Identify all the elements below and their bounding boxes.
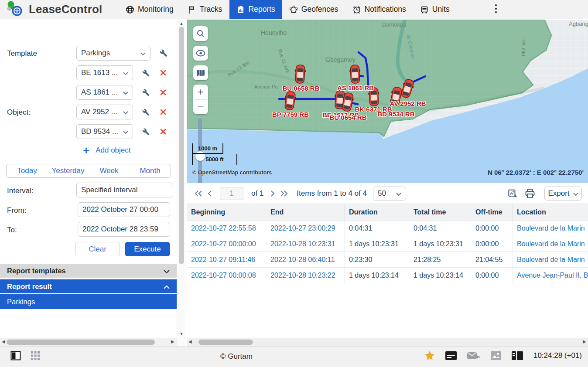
remove-object-button[interactable] (158, 88, 168, 97)
column-header[interactable]: Off-time (471, 204, 513, 220)
export-button[interactable]: Export (544, 187, 582, 200)
template-select[interactable]: Parkings (76, 46, 150, 61)
period-tab-month[interactable]: Month (130, 164, 171, 177)
remove-object-button[interactable] (158, 127, 168, 136)
scroll-left-arrow[interactable]: ◀ (2, 339, 5, 344)
last-page-button[interactable] (278, 187, 290, 200)
layers-icon (196, 69, 205, 76)
apps-grid-icon[interactable] (31, 351, 40, 360)
table-cell-link[interactable]: 2022-10-28 10:23:31 (266, 236, 345, 251)
vehicle-marker[interactable] (368, 87, 380, 107)
table-cell-link[interactable]: 2022-10-27 23:00:29 (266, 221, 345, 236)
column-header[interactable]: Beginning (187, 204, 266, 220)
table-cell-link[interactable]: 2022-10-27 00:00:00 (187, 236, 266, 251)
report-result-section[interactable]: Report result (0, 279, 177, 293)
scroll-up-arrow[interactable]: ▲ (177, 21, 186, 26)
first-page-button[interactable] (193, 187, 204, 200)
scroll-right-arrow[interactable]: ▶ (583, 339, 586, 344)
report-result-label: Report result (7, 282, 52, 291)
page-number-input[interactable] (220, 187, 243, 200)
zoom-in-icon: + (198, 86, 203, 98)
column-header[interactable]: Total time (409, 204, 471, 220)
to-input[interactable]: 2022 October 28 23:59 (78, 222, 170, 237)
column-header[interactable]: Location (513, 204, 588, 220)
object-select[interactable]: BE 1613 ... (76, 65, 133, 80)
table-row[interactable]: 2022-10-27 09:11:462022-10-28 06:40:110:… (187, 252, 588, 268)
table-cell-link[interactable]: 2022-10-27 22:55:58 (187, 221, 266, 236)
object-settings-button[interactable] (141, 127, 150, 136)
more-menu-button[interactable] (492, 0, 500, 19)
table-cell: 0:04:31 (409, 221, 471, 236)
remove-object-button[interactable] (158, 68, 168, 78)
table-cell-link[interactable]: Boulevard de la Marin (513, 221, 588, 236)
scroll-right-arrow[interactable]: ▶ (171, 339, 174, 344)
sidebar-toggle-icon[interactable] (10, 351, 21, 360)
zoom-in-button[interactable]: + (193, 85, 208, 99)
scroll-down-arrow[interactable]: ▼ (177, 332, 186, 336)
table-row[interactable]: 2022-10-27 00:00:002022-10-28 10:23:311 … (187, 236, 588, 252)
next-page-button[interactable] (267, 187, 278, 200)
tab-monitoring[interactable]: Monitoring (119, 0, 181, 19)
interval-select[interactable]: Specified interval (76, 183, 173, 197)
tab-units[interactable]: Units (413, 0, 457, 19)
object-settings-button[interactable] (141, 107, 150, 117)
scroll-left-arrow[interactable]: ◀ (188, 339, 192, 344)
object-select[interactable]: AS 1861 ... (76, 85, 133, 100)
period-tab-week[interactable]: Week (89, 164, 130, 177)
tab-geofences[interactable]: Geofences (282, 0, 345, 19)
table-cell-link[interactable]: 2022-10-27 09:11:46 (187, 252, 266, 267)
table-cell-link[interactable]: 2022-10-28 10:23:22 (266, 268, 345, 283)
sidebar-vertical-scrollbar[interactable]: ▲ ▼ (177, 20, 185, 347)
scroll-thumb[interactable] (7, 340, 155, 345)
object-settings-button[interactable] (141, 68, 150, 78)
report-result-item[interactable]: Parkings (0, 294, 177, 309)
column-header[interactable]: Duration (345, 204, 409, 220)
table-cell-link[interactable]: Boulevard de la Marin (513, 236, 588, 251)
table-cell-link[interactable]: 2022-10-27 00:00:08 (187, 268, 266, 283)
add-object-button[interactable]: + Add object (83, 146, 131, 155)
main-horizontal-scrollbar[interactable]: ◀ ▶ (187, 338, 588, 347)
tab-notifications[interactable]: Notifications (345, 0, 413, 19)
prev-page-button[interactable] (204, 187, 215, 200)
map-layers-button[interactable] (193, 65, 208, 80)
object-settings-button[interactable] (141, 88, 150, 97)
map-search-button[interactable] (193, 26, 208, 41)
column-header[interactable]: End (266, 204, 345, 220)
table-cell-link[interactable]: Avenue Jean-Paul II, B (513, 268, 588, 283)
sidebar-horizontal-scrollbar[interactable]: ◀ ▶ (0, 338, 177, 347)
card-icon[interactable] (445, 351, 457, 360)
execute-button[interactable]: Execute (125, 242, 170, 256)
vehicle-marker[interactable] (349, 65, 361, 84)
star-icon[interactable] (424, 350, 435, 360)
period-tab-yesterday[interactable]: Yesterday (48, 164, 89, 177)
panel-icon[interactable] (512, 351, 523, 360)
table-cell-link[interactable]: Boulevard de la Marin (513, 252, 588, 267)
table-cell-link[interactable]: 2022-10-28 06:40:11 (266, 252, 345, 267)
clear-button[interactable]: Clear (75, 242, 120, 256)
table-row[interactable]: 2022-10-27 00:00:082022-10-28 10:23:221 … (187, 268, 588, 283)
mail-icon[interactable] (467, 351, 480, 360)
vehicle-marker[interactable] (294, 64, 306, 84)
map-visibility-button[interactable] (193, 46, 208, 61)
app-logo[interactable]: LeaseControl (0, 0, 119, 19)
map[interactable]: HoueyihoGbegameyDantokpaAgbangaAvenue Pa… (187, 20, 588, 183)
from-input[interactable]: 2022 October 27 00:00 (78, 202, 170, 217)
print-button[interactable] (523, 187, 537, 200)
object-select[interactable]: BD 9534 ... (76, 124, 133, 139)
export-image-button[interactable] (506, 187, 519, 200)
scroll-thumb[interactable] (198, 340, 253, 345)
image-icon[interactable] (491, 351, 501, 360)
period-tab-today[interactable]: Today (7, 164, 48, 177)
tab-tracks[interactable]: Tracks (181, 0, 229, 19)
template-settings-button[interactable] (159, 48, 168, 58)
tab-reports[interactable]: Reports (229, 0, 282, 19)
table-row[interactable]: 2022-10-27 22:55:582022-10-27 23:00:290:… (187, 221, 588, 236)
scroll-thumb[interactable] (179, 27, 184, 264)
remove-object-button[interactable] (158, 107, 168, 117)
map-scale: 1000 m 5000 ft (192, 143, 237, 165)
zoom-out-button[interactable]: − (193, 99, 208, 114)
report-templates-section[interactable]: Report templates (0, 264, 177, 278)
template-label: Template (7, 49, 37, 58)
page-size-select[interactable]: 50 (373, 187, 406, 200)
object-select[interactable]: AV 2952 ... (76, 105, 133, 119)
